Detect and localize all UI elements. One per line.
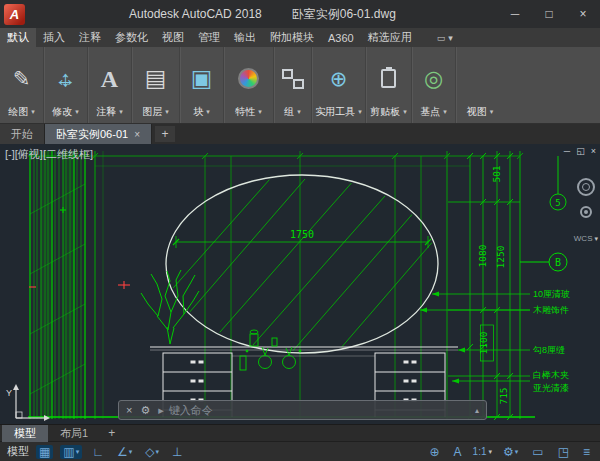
- ortho-icon[interactable]: ∟: [89, 445, 107, 459]
- command-history-icon[interactable]: ▴: [475, 406, 479, 415]
- chevron-down-icon: ▾: [206, 108, 210, 116]
- panel-annotation[interactable]: A 注释▾: [88, 47, 132, 123]
- panel-layers-label: 图层: [142, 105, 162, 119]
- wcs-control[interactable]: WCS ▾: [574, 234, 598, 243]
- command-input[interactable]: 键入命令: [169, 403, 213, 418]
- document-title: 卧室实例06-01.dwg: [292, 6, 396, 23]
- snap-icon[interactable]: ▥▾: [60, 445, 82, 459]
- panel-properties[interactable]: 特性▾: [224, 47, 274, 123]
- panel-view[interactable]: 视图▾: [456, 47, 504, 123]
- dim-text-1100: 1100: [478, 331, 489, 354]
- maximize-button[interactable]: □: [532, 0, 566, 28]
- minimize-button[interactable]: ─: [498, 0, 532, 28]
- ribbon-minimize-icon: ▭: [437, 33, 446, 43]
- dim-text-1250: 1250: [495, 245, 506, 268]
- viewport-minimize-icon[interactable]: ─: [564, 146, 570, 156]
- datum-text: B: [555, 257, 561, 268]
- chevron-down-icon: ▾: [75, 108, 79, 116]
- navigation-compass-icon[interactable]: [577, 178, 595, 196]
- app-title: Autodesk AutoCAD 2018: [129, 7, 262, 21]
- drawing-svg: 1750: [0, 144, 600, 424]
- panel-block[interactable]: ▣ 块▾: [180, 47, 224, 123]
- ribbon-tab-annotate[interactable]: 注释: [72, 28, 108, 47]
- command-close-icon[interactable]: ×: [126, 404, 132, 416]
- panel-properties-label: 特性: [235, 105, 255, 119]
- new-drawing-tab-button[interactable]: +: [155, 126, 175, 142]
- panel-groups[interactable]: 组▾: [274, 47, 312, 123]
- panel-clipboard[interactable]: 剪贴板▾: [366, 47, 412, 123]
- panel-clipboard-label: 剪贴板: [370, 105, 400, 119]
- polar-tracking-icon[interactable]: ∠▾: [114, 445, 135, 459]
- dim-text-501: 501: [491, 165, 502, 182]
- chevron-down-icon: ▾: [358, 108, 362, 116]
- viewport-window-controls: ─ ◱ ×: [564, 146, 596, 156]
- ribbon-tab-insert[interactable]: 插入: [36, 28, 72, 47]
- object-snap-icon[interactable]: ◇▾: [142, 445, 162, 459]
- chevron-down-icon: ▾: [258, 108, 262, 116]
- viewport-close-icon[interactable]: ×: [591, 146, 596, 156]
- ribbon-tab-view[interactable]: 视图: [155, 28, 191, 47]
- customize-menu-icon[interactable]: ≡: [580, 445, 593, 459]
- panel-utilities[interactable]: ⊕ 实用工具▾: [312, 47, 366, 123]
- ribbon-tab-addins[interactable]: 附加模块: [263, 28, 321, 47]
- ribbon-minimize-button[interactable]: ▭ ▾: [431, 28, 459, 47]
- annotation-text-beech: 白榉木夹: [533, 370, 569, 380]
- ribbon-filler: [504, 47, 600, 123]
- ribbon-tab-featured-apps[interactable]: 精选应用: [361, 28, 419, 47]
- ribbon-tab-parametric[interactable]: 参数化: [108, 28, 155, 47]
- panel-modify[interactable]: ↔↕ 修改▾: [44, 47, 88, 123]
- chevron-down-icon: ▾: [448, 33, 453, 43]
- status-model-label[interactable]: 模型: [7, 444, 29, 459]
- ribbon-tab-home[interactable]: 默认: [0, 28, 36, 47]
- close-button[interactable]: ×: [566, 0, 600, 28]
- workspace-gear-icon[interactable]: ⚙▾: [500, 445, 521, 459]
- grid-icon[interactable]: ▦: [36, 445, 53, 459]
- mirror-hatch: [150, 179, 435, 354]
- draw-icon: ✎: [13, 52, 31, 105]
- dim-text-1080: 1080: [477, 244, 488, 267]
- add-layout-button[interactable]: +: [100, 426, 123, 440]
- panel-layers[interactable]: ▤ 图层▾: [132, 47, 180, 123]
- ribbon-tab-output[interactable]: 输出: [227, 28, 263, 47]
- steering-wheel-icon[interactable]: [580, 206, 592, 218]
- command-line[interactable]: × ⚙ ▸ 键入命令 ▴: [118, 400, 487, 420]
- viewport-restore-icon[interactable]: ◱: [576, 146, 585, 156]
- grid-bubble: 5: [550, 156, 566, 210]
- window-controls: ─ □ ×: [498, 0, 600, 28]
- dim-text-width: 1750: [290, 229, 314, 240]
- chevron-down-icon: ▾: [31, 108, 35, 116]
- panel-basepoint[interactable]: ◎ 基点▾: [412, 47, 456, 123]
- clean-screen-icon[interactable]: ◳: [555, 445, 572, 459]
- annotation-scale-control[interactable]: 1:1 ▾: [473, 446, 492, 457]
- tab-layout1[interactable]: 布局1: [48, 425, 100, 442]
- basepoint-icon: ◎: [424, 52, 443, 105]
- plant: [141, 270, 199, 344]
- layout-tab-bar: 模型 布局1 +: [0, 424, 600, 441]
- chevron-down-icon: ▾: [490, 108, 494, 116]
- tab-model[interactable]: 模型: [2, 425, 48, 442]
- panel-draw[interactable]: ✎ 绘图▾: [0, 47, 44, 123]
- ribbon-tab-bar: 默认 插入 注释 参数化 视图 管理 输出 附加模块 A360 精选应用 ▭ ▾: [0, 28, 600, 47]
- command-customize-icon[interactable]: ⚙: [140, 404, 150, 417]
- isolate-objects-icon[interactable]: ▭: [529, 445, 546, 459]
- viewport-controls-label[interactable]: [-][俯视][二维线框]: [5, 147, 93, 162]
- status-right-cluster: ⊕ A 1:1 ▾ ⚙▾ ▭ ◳ ≡: [427, 445, 593, 459]
- panel-groups-label: 组: [284, 105, 294, 119]
- panel-annotation-label: 注释: [96, 105, 116, 119]
- color-wheel-icon: [238, 68, 259, 89]
- file-tab-close-icon[interactable]: ×: [134, 129, 140, 140]
- panel-modify-label: 修改: [52, 105, 72, 119]
- bubble-text: 5: [555, 198, 560, 208]
- file-tab-document[interactable]: 卧室实例06-01 ×: [45, 124, 152, 144]
- autocad-logo-icon[interactable]: A: [4, 4, 25, 25]
- panel-view-label: 视图: [467, 105, 487, 119]
- annotation-a-icon: A: [101, 52, 118, 105]
- annotation-visibility-icon[interactable]: A: [451, 445, 465, 459]
- ribbon-tab-manage[interactable]: 管理: [191, 28, 227, 47]
- ribbon-tab-a360[interactable]: A360: [321, 28, 361, 47]
- annotation-monitor-icon[interactable]: ⊕: [427, 445, 443, 459]
- perpendicular-snap-icon[interactable]: ⊥: [169, 445, 185, 459]
- drawing-canvas[interactable]: 1750: [0, 144, 600, 424]
- file-tab-start[interactable]: 开始: [0, 124, 45, 144]
- ucs-y-label: Y: [6, 388, 12, 398]
